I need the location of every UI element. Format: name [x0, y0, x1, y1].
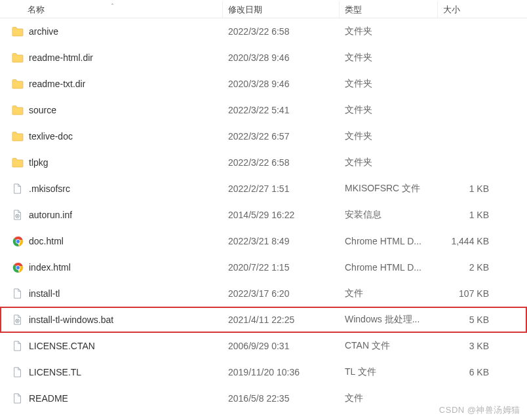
file-row[interactable]: LICENSE.CTAN2006/9/29 0:31CTAN 文件3 KB	[0, 333, 527, 359]
file-name-label: readme-txt.dir	[29, 79, 85, 89]
file-type-cell: 文件夹	[340, 130, 438, 142]
column-header-type-label: 类型	[345, 4, 362, 16]
file-row[interactable]: texlive-doc2022/3/22 6:57文件夹	[0, 123, 527, 149]
file-date-cell: 2019/11/20 10:36	[223, 367, 340, 377]
file-date-cell: 2021/4/11 22:25	[223, 315, 340, 325]
file-size-cell: 2 KB	[438, 262, 503, 273]
file-name-label: LICENSE.CTAN	[29, 341, 95, 351]
file-type-cell: 文件夹	[340, 26, 438, 37]
file-row[interactable]: doc.html2022/3/21 8:49Chrome HTML D...1,…	[0, 228, 527, 254]
file-type-cell: 文件	[340, 288, 438, 299]
file-size-cell: 6 KB	[438, 367, 503, 377]
settings-file-icon	[12, 209, 24, 221]
sort-ascending-icon: ˆ	[111, 3, 113, 9]
file-size-cell: 5 KB	[438, 315, 503, 325]
file-type-cell: Chrome HTML D...	[340, 262, 438, 273]
file-row[interactable]: LICENSE.TL2019/11/20 10:36TL 文件6 KB	[0, 359, 527, 385]
file-type-cell: Chrome HTML D...	[340, 236, 438, 246]
file-name-cell[interactable]: index.html	[0, 261, 223, 273]
file-name-cell[interactable]: .mkisofsrc	[0, 183, 223, 195]
file-type-cell: 文件夹	[340, 78, 438, 90]
file-name-cell[interactable]: texlive-doc	[0, 130, 223, 142]
chrome-icon	[12, 235, 24, 247]
file-row[interactable]: tlpkg2022/3/22 6:58文件夹	[0, 149, 527, 176]
column-header-date[interactable]: 修改日期	[223, 1, 340, 18]
file-date-cell: 2020/3/28 9:46	[223, 79, 340, 89]
file-row[interactable]: source2022/3/22 5:41文件夹	[0, 97, 527, 123]
file-name-label: autorun.inf	[29, 210, 72, 220]
file-row[interactable]: readme-html.dir2020/3/28 9:46文件夹	[0, 45, 527, 71]
file-name-cell[interactable]: LICENSE.TL	[0, 366, 223, 378]
file-icon	[12, 392, 24, 404]
file-name-cell[interactable]: autorun.inf	[0, 209, 223, 221]
file-icon	[12, 288, 24, 299]
file-name-label: doc.html	[29, 236, 64, 246]
file-size-cell: 3 KB	[438, 341, 503, 351]
file-name-cell[interactable]: doc.html	[0, 235, 223, 247]
file-type-cell: 文件夹	[340, 104, 438, 116]
file-name-cell[interactable]: LICENSE.CTAN	[0, 340, 223, 352]
file-type-cell: 安装信息	[340, 209, 438, 221]
file-row[interactable]: readme-txt.dir2020/3/28 9:46文件夹	[0, 71, 527, 97]
file-date-cell: 2022/3/22 6:57	[223, 131, 340, 142]
file-type-cell: 文件	[340, 392, 438, 404]
file-name-label: tlpkg	[29, 157, 49, 168]
file-name-label: README	[29, 393, 68, 404]
file-icon	[12, 366, 24, 378]
file-name-label: install-tl-windows.bat	[29, 315, 113, 325]
folder-icon	[12, 78, 24, 90]
file-type-cell: 文件夹	[340, 157, 438, 168]
file-type-cell: TL 文件	[340, 366, 438, 378]
file-name-label: LICENSE.TL	[29, 367, 81, 377]
file-name-label: archive	[29, 26, 58, 37]
file-name-label: readme-html.dir	[29, 52, 93, 63]
file-type-cell: MKISOFSRC 文件	[340, 183, 438, 195]
file-name-cell[interactable]: source	[0, 104, 223, 116]
file-date-cell: 2022/3/17 6:20	[223, 288, 340, 299]
settings-file-icon	[12, 314, 24, 326]
file-date-cell: 2016/5/8 22:35	[223, 393, 340, 404]
file-type-cell: 文件夹	[340, 52, 438, 64]
file-name-cell[interactable]: README	[0, 392, 223, 404]
file-date-cell: 2020/7/22 1:15	[223, 262, 340, 273]
file-row[interactable]: README2016/5/8 22:35文件	[0, 385, 527, 411]
folder-icon	[12, 104, 24, 116]
file-date-cell: 2022/3/22 6:58	[223, 26, 340, 37]
file-name-cell[interactable]: install-tl-windows.bat	[0, 314, 223, 326]
folder-icon	[12, 157, 24, 168]
file-name-cell[interactable]: archive	[0, 26, 223, 37]
file-date-cell: 2020/3/28 9:46	[223, 52, 340, 63]
column-header-size-label: 大小	[443, 4, 460, 16]
column-header-name[interactable]: 名称 ˆ	[0, 1, 223, 18]
file-row[interactable]: autorun.inf2014/5/29 16:22安装信息1 KB	[0, 202, 527, 228]
column-header-type[interactable]: 类型	[340, 1, 438, 18]
file-name-cell[interactable]: readme-html.dir	[0, 52, 223, 64]
file-size-cell: 107 KB	[438, 288, 503, 299]
file-name-label: .mkisofsrc	[29, 183, 70, 194]
file-type-cell: Windows 批处理...	[340, 314, 438, 326]
file-row[interactable]: install-tl2022/3/17 6:20文件107 KB	[0, 280, 527, 307]
file-name-cell[interactable]: readme-txt.dir	[0, 78, 223, 90]
file-row[interactable]: .mkisofsrc2022/2/27 1:51MKISOFSRC 文件1 KB	[0, 176, 527, 202]
file-size-cell: 1 KB	[438, 183, 503, 194]
column-header-size[interactable]: 大小	[438, 1, 503, 18]
file-name-cell[interactable]: tlpkg	[0, 157, 223, 168]
column-header-date-label: 修改日期	[228, 4, 262, 16]
file-name-label: install-tl	[29, 288, 60, 299]
column-header-name-label: 名称	[28, 4, 45, 16]
file-type-cell: CTAN 文件	[340, 340, 438, 352]
folder-icon	[12, 52, 24, 64]
file-name-label: texlive-doc	[29, 131, 73, 142]
file-size-cell: 1 KB	[438, 210, 503, 220]
file-date-cell: 2022/2/27 1:51	[223, 183, 340, 194]
file-row[interactable]: index.html2020/7/22 1:15Chrome HTML D...…	[0, 254, 527, 280]
file-row[interactable]: install-tl-windows.bat2021/4/11 22:25Win…	[0, 307, 527, 333]
file-row[interactable]: archive2022/3/22 6:58文件夹	[0, 18, 527, 45]
column-header-row: 名称 ˆ 修改日期 类型 大小	[0, 0, 527, 18]
file-size-cell: 1,444 KB	[438, 236, 503, 246]
file-name-cell[interactable]: install-tl	[0, 288, 223, 299]
file-date-cell: 2014/5/29 16:22	[223, 210, 340, 220]
file-name-label: source	[29, 105, 56, 115]
folder-icon	[12, 26, 24, 37]
chrome-icon	[12, 261, 24, 273]
